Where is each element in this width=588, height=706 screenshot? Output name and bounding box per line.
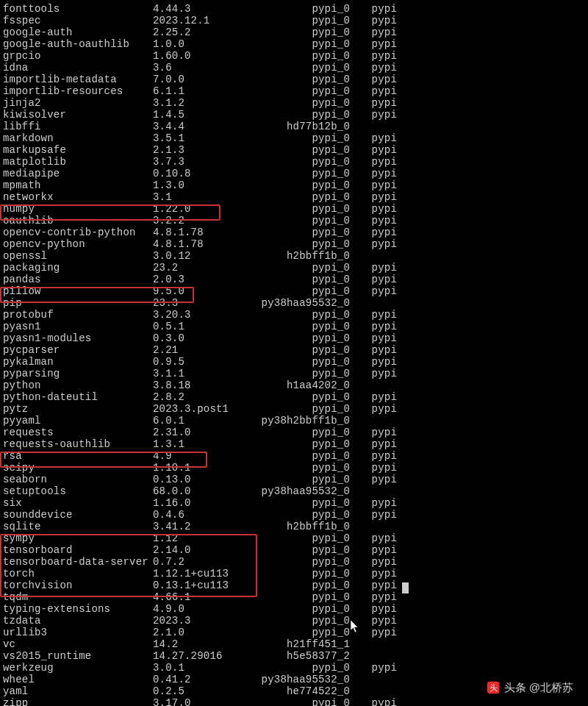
package-build: py38haa95532_0 [254,485,353,497]
package-build: pypi_0 [254,191,353,203]
package-row: requests2.31.0pypi_0pypi [3,427,588,438]
package-build: pypi_0 [254,497,353,509]
package-version: 1.0.0 [153,38,254,50]
package-row: markdown3.5.1pypi_0pypi [3,132,588,144]
package-row: matplotlib3.7.3pypi_0pypi [3,156,588,168]
package-row: pyasn10.5.1pypi_0pypi [3,321,588,332]
package-version: 1.12 [153,532,254,544]
package-channel: pypi [353,497,397,509]
svg-text:头: 头 [489,683,497,692]
package-version: 3.20.3 [153,309,254,321]
package-name: openssl [3,250,153,262]
package-build: pypi_0 [254,450,353,462]
package-name: sqlite [3,521,153,532]
package-row: pillow9.5.0pypi_0pypi [3,285,588,297]
package-name: pyparsing [3,368,153,379]
package-name: mpmath [3,179,153,191]
package-name: pyyaml [3,415,153,427]
package-version: 1.10.1 [153,462,254,474]
package-version: 4.9.0 [153,603,254,615]
package-version: 3.17.0 [153,697,254,706]
package-build: pypi_0 [254,368,353,379]
package-build: pypi_0 [254,615,353,627]
package-version: 3.7.3 [153,156,254,168]
package-channel: pypi [353,74,397,85]
package-version: 0.4.6 [153,509,254,521]
package-version: 14.27.29016 [153,650,254,662]
package-row: mediapipe0.10.8pypi_0pypi [3,168,588,179]
package-channel: pypi [353,321,397,332]
package-channel: pypi [353,15,397,26]
package-row: openssl3.0.12h2bbff1b_0 [3,250,588,262]
package-channel: pypi [353,309,397,321]
package-build: pypi_0 [254,168,353,179]
package-version: 23.2 [153,262,254,274]
package-version: 7.0.0 [153,74,254,85]
package-row: tzdata2023.3pypi_0pypi [3,615,588,627]
package-name: requests-oauthlib [3,438,153,450]
package-version: 2.1.3 [153,144,254,156]
package-name: jinja2 [3,97,153,109]
package-row: pycparser2.21pypi_0pypi [3,344,588,356]
package-build: pypi_0 [254,15,353,26]
package-channel: pypi [353,462,397,474]
package-version: 0.3.0 [153,332,254,344]
package-channel: pypi [353,132,397,144]
package-build: h2bbff1b_0 [254,521,353,532]
text-caret [402,582,409,593]
package-name: tzdata [3,615,153,627]
package-name: opencv-contrib-python [3,227,153,238]
package-channel: pypi [353,50,397,62]
package-channel: pypi [353,274,397,285]
package-version: 68.0.0 [153,485,254,497]
package-row: idna3.6pypi_0pypi [3,62,588,74]
package-channel: pypi [353,615,397,627]
package-row: markupsafe2.1.3pypi_0pypi [3,144,588,156]
package-channel: pypi [353,450,397,462]
package-row: werkzeug3.0.1pypi_0pypi [3,662,588,674]
package-build: pypi_0 [254,344,353,356]
package-channel: pypi [353,38,397,50]
package-version: 0.41.2 [153,674,254,685]
package-row: grpcio1.60.0pypi_0pypi [3,50,588,62]
package-row: vs2015_runtime14.27.29016h5e58377_2 [3,650,588,662]
package-channel: pypi [353,191,397,203]
package-name: pandas [3,274,153,285]
package-row: pyyaml6.0.1py38h2bbff1b_0 [3,415,588,427]
package-name: kiwisolver [3,109,153,121]
terminal-output[interactable]: fonttools4.44.3pypi_0pypifsspec2023.12.1… [0,0,588,706]
package-row: google-auth2.25.2pypi_0pypi [3,26,588,38]
package-name: google-auth-oauthlib [3,38,153,50]
package-name: protobuf [3,309,153,321]
package-channel: pypi [353,556,397,568]
package-name: tensorboard [3,544,153,556]
package-name: libffi [3,121,153,132]
package-name: zipp [3,697,153,706]
package-name: torch [3,568,153,580]
package-channel: pypi [353,544,397,556]
package-version: 1.22.0 [153,203,254,215]
package-name: google-auth [3,26,153,38]
package-channel: pypi [353,109,397,121]
package-build: pypi_0 [254,403,353,415]
package-row: six1.16.0pypi_0pypi [3,497,588,509]
package-build: pypi_0 [254,603,353,615]
package-name: oauthlib [3,215,153,227]
package-name: pip [3,297,153,309]
package-row: tqdm4.66.1pypi_0pypi [3,591,588,603]
package-row: kiwisolver1.4.5pypi_0pypi [3,109,588,121]
package-version: 2023.3 [153,615,254,627]
package-row: urllib32.1.0pypi_0pypi [3,627,588,638]
package-row: pandas2.0.3pypi_0pypi [3,274,588,285]
package-build: pypi_0 [254,462,353,474]
package-build: h5e58377_2 [254,650,353,662]
package-build: pypi_0 [254,697,353,706]
package-channel: pypi [353,427,397,438]
package-row: pyparsing3.1.1pypi_0pypi [3,368,588,379]
package-channel: pypi [353,26,397,38]
package-build: pypi_0 [254,132,353,144]
package-name: yaml [3,685,153,697]
package-version: 4.9 [153,450,254,462]
package-build: he774522_0 [254,685,353,697]
package-channel: pypi [353,580,397,591]
